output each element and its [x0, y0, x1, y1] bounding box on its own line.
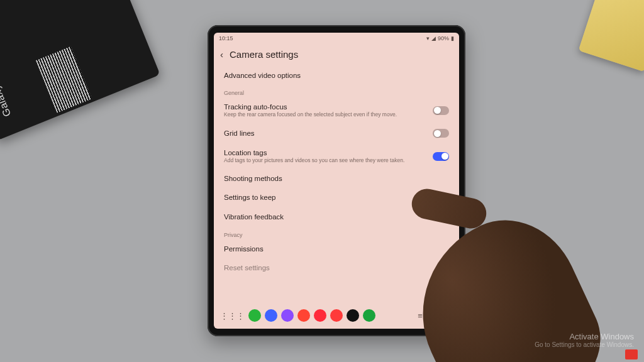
label-shooting-methods: Shooting methods — [224, 175, 449, 182]
settings-header: ‹ Camera settings — [214, 44, 459, 66]
device-screen: 10:15 ▾ ◢ 90% ▮ ‹ Camera settings Advanc… — [214, 33, 459, 329]
messages-icon[interactable] — [265, 309, 277, 322]
product-box-label: Galaxy Z Fold6 — [0, 47, 13, 118]
label-grid-lines: Grid lines — [224, 129, 425, 137]
wifi-icon: ▾ — [426, 35, 430, 41]
settings-list[interactable]: Advanced video options General Tracking … — [214, 66, 459, 302]
apps-grid-icon[interactable]: ⋮⋮⋮ — [220, 311, 245, 321]
yelp-icon[interactable] — [314, 309, 326, 322]
row-permissions[interactable]: Permissions — [224, 239, 449, 258]
row-tracking-autofocus[interactable]: Tracking auto-focus Keep the rear camera… — [224, 97, 449, 123]
sub-location-tags: Add tags to your pictures and videos so … — [224, 157, 425, 163]
row-reset-settings[interactable]: Reset settings — [224, 258, 449, 272]
phone-icon[interactable] — [248, 309, 261, 322]
label-location-tags: Location tags — [224, 149, 425, 156]
status-time: 10:15 — [219, 35, 233, 41]
watermark-title: Activate Windows — [535, 332, 634, 341]
barcode-sticker — [36, 47, 92, 113]
row-location-tags[interactable]: Location tags Add tags to your pictures … — [224, 143, 449, 169]
row-advanced-video[interactable]: Advanced video options — [224, 66, 449, 85]
flipboard-icon[interactable] — [297, 309, 310, 322]
wooden-prop — [579, 0, 644, 72]
back-button[interactable]: ‹ — [220, 49, 223, 60]
row-grid-lines[interactable]: Grid lines — [224, 123, 449, 143]
toggle-grid-lines[interactable] — [433, 129, 449, 138]
page-title: Camera settings — [230, 49, 298, 60]
battery-label: 90% — [438, 35, 449, 41]
label-advanced-video: Advanced video options — [224, 72, 449, 79]
toggle-location-tags[interactable] — [433, 152, 449, 161]
clock-icon[interactable] — [347, 309, 359, 322]
windows-watermark: Activate Windows Go to Settings to activ… — [535, 332, 634, 348]
gallery-icon[interactable] — [281, 309, 294, 322]
nav-recents[interactable]: ≡ — [418, 311, 423, 321]
camera-icon[interactable] — [330, 309, 343, 322]
app-dock: ⋮⋮⋮ — [220, 309, 375, 322]
toggle-tracking-autofocus[interactable] — [433, 106, 449, 115]
sub-tracking-autofocus: Keep the rear camera focused on the sele… — [224, 111, 425, 118]
watermark-sub: Go to Settings to activate Windows. — [535, 341, 634, 348]
app-icon[interactable] — [363, 309, 375, 322]
status-bar: 10:15 ▾ ◢ 90% ▮ — [214, 33, 459, 44]
row-shooting-methods[interactable]: Shooting methods — [224, 169, 449, 188]
section-general: General — [224, 85, 449, 97]
channel-badge — [625, 349, 638, 359]
label-vibration-feedback: Vibration feedback — [224, 213, 425, 221]
signal-icon: ◢ — [431, 35, 436, 41]
product-box: Galaxy Z Fold6 — [0, 0, 160, 141]
label-permissions: Permissions — [224, 245, 449, 253]
section-privacy: Privacy — [224, 227, 449, 239]
label-tracking-autofocus: Tracking auto-focus — [224, 103, 425, 111]
battery-icon: ▮ — [451, 35, 454, 41]
